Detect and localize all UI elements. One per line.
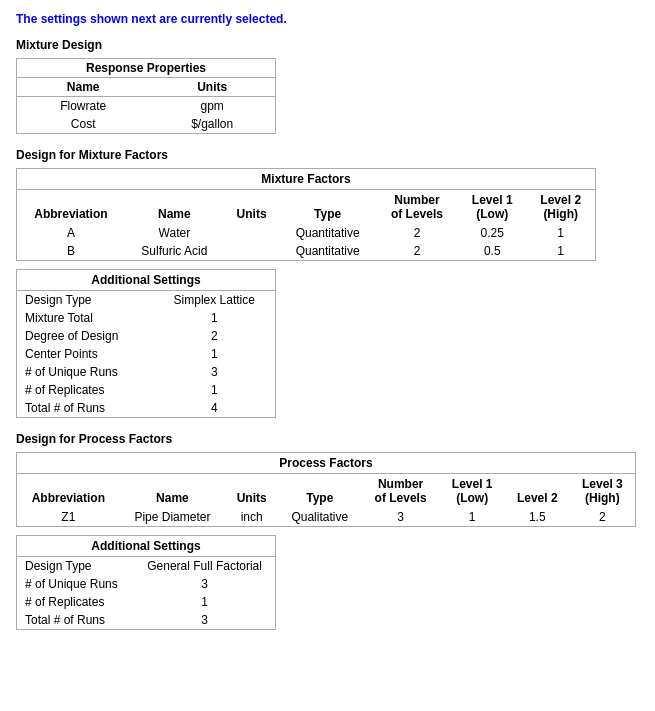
rp-col2-header: Units (149, 78, 275, 97)
mixture-additional-row: Total # of Runs4 (17, 399, 276, 418)
intro-text: The settings shown next are currently se… (16, 12, 639, 26)
add-value: 1 (153, 381, 275, 399)
mf-type: Quantitative (279, 242, 376, 261)
process-col-header: Level 3(High) (570, 474, 636, 509)
mixture-additional-row: Center Points1 (17, 345, 276, 363)
add-value: 3 (134, 575, 275, 593)
add-label: Total # of Runs (17, 611, 135, 630)
mf-num-levels: 2 (376, 224, 458, 242)
process-additional-row: Design TypeGeneral Full Factorial (17, 557, 276, 576)
add-label: Degree of Design (17, 327, 154, 345)
process-additional-row: # of Replicates1 (17, 593, 276, 611)
pf-num-levels: 3 (362, 508, 440, 527)
pf-abbr: Z1 (17, 508, 120, 527)
mf-level1: 0.5 (458, 242, 526, 261)
add-label: Design Type (17, 291, 154, 310)
mixture-additional-row: # of Replicates1 (17, 381, 276, 399)
pf-name: Pipe Diameter (120, 508, 226, 527)
rp-units: $/gallon (149, 115, 275, 134)
pf-level1: 1 (440, 508, 505, 527)
design-process-factors-label: Design for Process Factors (16, 432, 639, 446)
mixture-additional-table: Additional Settings Design TypeSimplex L… (16, 269, 276, 418)
mixture-factors-header: Mixture Factors (17, 169, 596, 190)
mixture-additional-row: Degree of Design2 (17, 327, 276, 345)
mf-level2: 1 (526, 242, 595, 261)
mixture-col-header: Abbreviation (17, 190, 125, 225)
add-label: Center Points (17, 345, 154, 363)
add-value: 3 (134, 611, 275, 630)
rp-units: gpm (149, 97, 275, 116)
process-col-header: Level 2 (505, 474, 570, 509)
mf-abbr: B (17, 242, 125, 261)
process-col-header: Units (225, 474, 278, 509)
add-label: Mixture Total (17, 309, 154, 327)
mf-abbr: A (17, 224, 125, 242)
process-col-header: Name (120, 474, 226, 509)
pf-units: inch (225, 508, 278, 527)
mixture-col-header: Level 2(High) (526, 190, 595, 225)
process-additional-table: Additional Settings Design TypeGeneral F… (16, 535, 276, 630)
add-label: Total # of Runs (17, 399, 154, 418)
pf-level2: 1.5 (505, 508, 570, 527)
add-label: # of Unique Runs (17, 575, 135, 593)
process-additional-row: # of Unique Runs3 (17, 575, 276, 593)
add-value: 3 (153, 363, 275, 381)
rp-col1-header: Name (17, 78, 150, 97)
mixture-additional-header: Additional Settings (17, 270, 276, 291)
mixture-col-header: Level 1(Low) (458, 190, 526, 225)
rp-name: Flowrate (17, 97, 150, 116)
add-value: 1 (153, 345, 275, 363)
response-row: Flowrategpm (17, 97, 276, 116)
rp-name: Cost (17, 115, 150, 134)
response-row: Cost$/gallon (17, 115, 276, 134)
mf-type: Quantitative (279, 224, 376, 242)
mf-level1: 0.25 (458, 224, 526, 242)
process-additional-header: Additional Settings (17, 536, 276, 557)
mf-num-levels: 2 (376, 242, 458, 261)
mixture-factor-row: A Water Quantitative 2 0.25 1 (17, 224, 596, 242)
mf-name: Water (125, 224, 224, 242)
mixture-additional-row: Design TypeSimplex Lattice (17, 291, 276, 310)
mixture-col-header: Name (125, 190, 224, 225)
mixture-factors-table: Mixture Factors AbbreviationNameUnitsTyp… (16, 168, 596, 261)
mixture-col-header: Units (224, 190, 280, 225)
process-factors-header: Process Factors (17, 453, 636, 474)
add-value: General Full Factorial (134, 557, 275, 576)
process-additional-row: Total # of Runs3 (17, 611, 276, 630)
process-col-header: Level 1(Low) (440, 474, 505, 509)
mixture-col-header: Type (279, 190, 376, 225)
add-label: # of Replicates (17, 381, 154, 399)
mf-name: Sulfuric Acid (125, 242, 224, 261)
mixture-additional-row: Mixture Total1 (17, 309, 276, 327)
mixture-col-header: Numberof Levels (376, 190, 458, 225)
mixture-design-label: Mixture Design (16, 38, 639, 52)
process-factor-row: Z1 Pipe Diameter inch Qualitative 3 1 1.… (17, 508, 636, 527)
add-value: 1 (153, 309, 275, 327)
add-label: # of Replicates (17, 593, 135, 611)
mf-units (224, 242, 280, 261)
mf-level2: 1 (526, 224, 595, 242)
pf-level3: 2 (570, 508, 636, 527)
pf-type: Qualitative (278, 508, 361, 527)
add-value: 4 (153, 399, 275, 418)
response-properties-header: Response Properties (17, 59, 276, 78)
add-label: # of Unique Runs (17, 363, 154, 381)
process-factors-table: Process Factors AbbreviationNameUnitsTyp… (16, 452, 636, 527)
mixture-additional-row: # of Unique Runs3 (17, 363, 276, 381)
add-value: 2 (153, 327, 275, 345)
add-label: Design Type (17, 557, 135, 576)
add-value: 1 (134, 593, 275, 611)
design-mixture-factors-label: Design for Mixture Factors (16, 148, 639, 162)
add-value: Simplex Lattice (153, 291, 275, 310)
mf-units (224, 224, 280, 242)
process-col-header: Numberof Levels (362, 474, 440, 509)
process-col-header: Type (278, 474, 361, 509)
mixture-factor-row: B Sulfuric Acid Quantitative 2 0.5 1 (17, 242, 596, 261)
response-properties-table: Response Properties Name Units Flowrateg… (16, 58, 276, 134)
process-col-header: Abbreviation (17, 474, 120, 509)
